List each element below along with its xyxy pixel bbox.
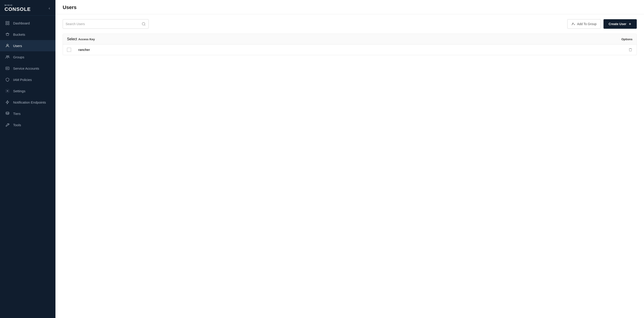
sidebar-item-label: Tiers <box>13 112 20 116</box>
tools-icon <box>5 122 10 127</box>
col-access-key-header: Access Key <box>78 37 614 41</box>
sidebar-item-label: Tools <box>13 123 21 127</box>
svg-rect-1 <box>8 21 9 23</box>
row-access-key: rancher <box>78 48 614 51</box>
svg-point-9 <box>7 90 8 92</box>
sidebar-item-label: Buckets <box>13 32 25 36</box>
sidebar-item-buckets[interactable]: Buckets <box>0 29 56 40</box>
logo-product: CONSOLE <box>4 6 31 12</box>
sidebar-item-settings[interactable]: Settings <box>0 85 56 97</box>
sidebar-item-label: Dashboard <box>13 21 30 25</box>
dashboard-icon <box>5 20 10 25</box>
sidebar-item-label: Settings <box>13 89 25 93</box>
sidebar-item-label: IAM Policies <box>13 78 32 82</box>
settings-icon <box>5 88 10 93</box>
toolbar: Add To Group Create User <box>56 14 644 34</box>
sidebar-item-tiers[interactable]: Tiers <box>0 108 56 119</box>
create-user-label: Create User <box>608 22 626 26</box>
users-icon <box>5 43 10 48</box>
add-to-group-label: Add To Group <box>577 22 596 26</box>
svg-rect-7 <box>6 67 9 70</box>
svg-point-6 <box>8 56 9 57</box>
sidebar-item-label: Groups <box>13 55 24 59</box>
sidebar-item-groups[interactable]: Groups <box>0 51 56 63</box>
sidebar-collapse-button[interactable]: ‹ <box>48 5 51 11</box>
toolbar-actions: Add To Group Create User <box>567 19 637 29</box>
col-options-header: Options <box>614 37 632 41</box>
svg-point-10 <box>6 112 9 113</box>
sidebar-item-dashboard[interactable]: Dashboard <box>0 17 56 29</box>
page-title: Users <box>63 4 637 10</box>
service-accounts-icon <box>5 66 10 71</box>
users-table: Select Access Key Options rancher <box>63 34 637 55</box>
svg-point-4 <box>7 44 8 46</box>
svg-point-8 <box>6 68 7 68</box>
page-header: Users <box>56 0 644 14</box>
create-user-button[interactable]: Create User <box>604 19 637 29</box>
search-icon <box>142 22 146 26</box>
logo-brand: MINIO <box>4 4 31 6</box>
svg-rect-0 <box>6 21 7 23</box>
svg-point-5 <box>6 56 8 57</box>
sidebar-item-label: Users <box>13 44 22 48</box>
add-to-group-icon <box>572 22 575 26</box>
notification-endpoints-icon <box>5 100 10 105</box>
table-header: Select Access Key Options <box>63 34 636 44</box>
sidebar-item-notification-endpoints[interactable]: Notification Endpoints <box>0 97 56 108</box>
delete-icon[interactable] <box>628 48 632 52</box>
row-select <box>67 48 78 52</box>
svg-rect-2 <box>6 23 7 25</box>
table-row: rancher <box>63 44 636 55</box>
sidebar-nav: Dashboard Buckets Users Groups <box>0 15 56 318</box>
add-to-group-button[interactable]: Add To Group <box>567 19 601 29</box>
main-content: Users Add To Group Create User <box>56 0 644 318</box>
svg-rect-3 <box>8 23 9 25</box>
sidebar-item-iam-policies[interactable]: IAM Policies <box>0 74 56 85</box>
tiers-icon <box>5 111 10 116</box>
sidebar-item-tools[interactable]: Tools <box>0 119 56 130</box>
sidebar-item-label: Notification Endpoints <box>13 100 46 104</box>
iam-policies-icon <box>5 77 10 82</box>
groups-icon <box>5 54 10 59</box>
svg-point-12 <box>572 23 574 24</box>
row-checkbox[interactable] <box>67 48 71 52</box>
logo-text: MINIO CONSOLE <box>4 4 31 12</box>
sidebar-item-service-accounts[interactable]: Service Accounts <box>0 63 56 74</box>
svg-point-11 <box>142 22 145 25</box>
plus-icon <box>628 22 632 26</box>
search-input[interactable] <box>66 22 142 26</box>
buckets-icon <box>5 32 10 37</box>
col-select-header: Select <box>67 37 78 41</box>
row-options <box>614 48 632 52</box>
sidebar-item-users[interactable]: Users <box>0 40 56 51</box>
search-box <box>63 19 149 29</box>
sidebar: MINIO CONSOLE ‹ Dashboard Buckets Users <box>0 0 56 318</box>
sidebar-logo: MINIO CONSOLE ‹ <box>0 0 56 15</box>
sidebar-item-label: Service Accounts <box>13 66 39 70</box>
